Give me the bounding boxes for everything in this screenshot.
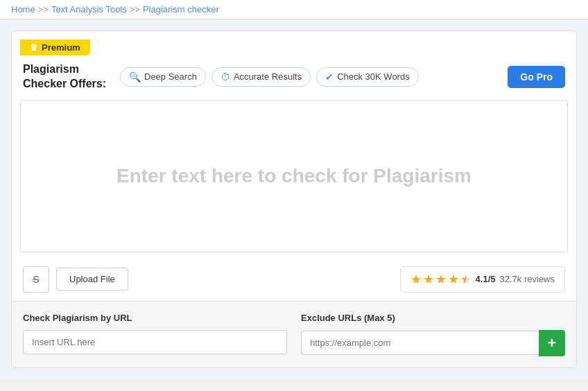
rating-area: ★ ★ ★ ★ ★ ★ 4.1/5 32.7k reviews <box>400 266 565 293</box>
breadcrumb-sep1: >> <box>38 4 49 15</box>
exclude-url-input[interactable] <box>301 331 539 355</box>
star-3: ★ <box>435 272 447 287</box>
header-row: Plagiarism Checker Offers: 🔍 Deep Search… <box>12 55 576 100</box>
main-container: Premium Plagiarism Checker Offers: 🔍 Dee… <box>0 19 588 379</box>
strikethrough-icon-button[interactable]: S <box>23 266 49 293</box>
rating-value: 4.1/5 <box>476 274 496 284</box>
check-icon: ✔ <box>325 71 334 82</box>
badge-deep-search-label: Deep Search <box>144 71 197 82</box>
check-url-label: Check Plagiarism by URL <box>23 313 287 323</box>
star-rating: ★ ★ ★ ★ ★ ★ <box>410 272 472 287</box>
add-url-button[interactable]: + <box>539 330 565 356</box>
star-1: ★ <box>410 272 422 287</box>
reviews-count: 32.7k reviews <box>500 274 555 284</box>
star-4: ★ <box>448 272 459 287</box>
breadcrumb-sep2: >> <box>130 4 140 15</box>
bottom-toolbar: S Upload File ★ ★ ★ ★ ★ ★ 4.1/5 32.7k re… <box>12 261 576 301</box>
exclude-url-label: Exclude URLs (Max 5) <box>301 313 565 323</box>
checker-card: Premium Plagiarism Checker Offers: 🔍 Dee… <box>11 31 577 368</box>
badge-accurate-results: ⏱ Accurate Results <box>211 67 311 87</box>
feature-badges: 🔍 Deep Search ⏱ Accurate Results ✔ Check… <box>120 67 501 87</box>
breadcrumb-home[interactable]: Home <box>11 4 35 15</box>
star-5-half: ★ ★ <box>460 272 472 287</box>
plus-icon: + <box>548 334 557 352</box>
upload-file-button[interactable]: Upload File <box>56 268 128 290</box>
text-input-area[interactable]: Enter text here to check for Plagiarism <box>20 100 568 252</box>
badge-deep-search: 🔍 Deep Search <box>120 67 206 87</box>
check-url-col: Check Plagiarism by URL <box>23 313 287 356</box>
badge-check-words: ✔ Check 30K Words <box>316 67 419 87</box>
url-section: Check Plagiarism by URL Exclude URLs (Ma… <box>12 301 576 367</box>
check-url-input[interactable] <box>23 330 287 354</box>
checker-title: Plagiarism Checker Offers: <box>23 62 113 92</box>
strikethrough-icon: S <box>33 273 40 285</box>
go-pro-button[interactable]: Go Pro <box>508 66 565 88</box>
exclude-url-wrapper: + <box>301 330 565 356</box>
badge-check-label: Check 30K Words <box>337 71 410 82</box>
star-2: ★ <box>423 272 434 287</box>
exclude-url-col: Exclude URLs (Max 5) + <box>301 313 565 356</box>
premium-badge: Premium <box>20 40 90 55</box>
breadcrumb-current: Plagiarism checker <box>143 4 219 15</box>
breadcrumb-tools[interactable]: Text Analysis Tools <box>51 4 127 15</box>
search-icon: 🔍 <box>129 71 141 82</box>
badge-accurate-label: Accurate Results <box>234 71 302 82</box>
clock-icon: ⏱ <box>220 71 230 82</box>
breadcrumb: Home >> Text Analysis Tools >> Plagiaris… <box>0 0 588 19</box>
